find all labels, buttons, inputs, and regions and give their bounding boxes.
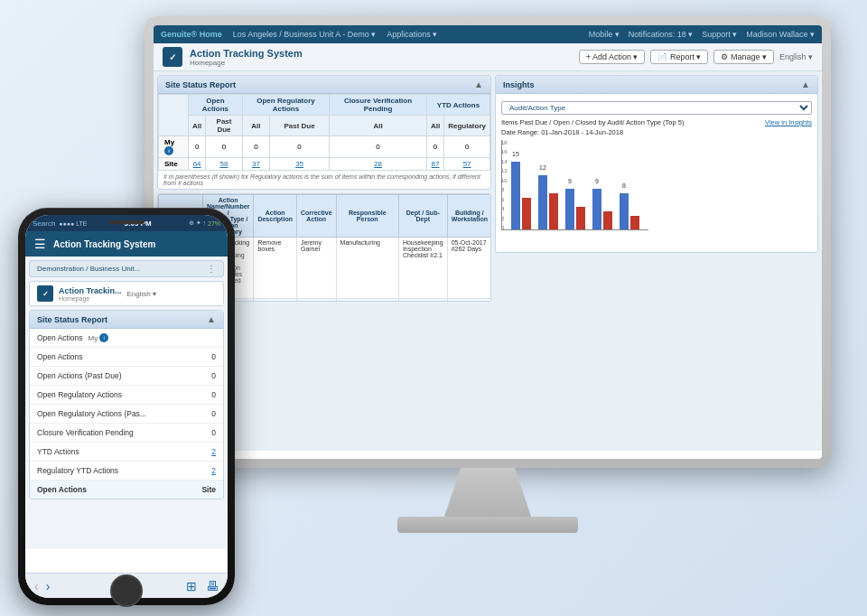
my-val-1: 0 xyxy=(189,136,206,158)
open-regulatory-pastdue-value: 0 xyxy=(211,409,216,418)
insights-collapse[interactable]: ▲ xyxy=(801,79,810,89)
bar-group-5: 8 xyxy=(620,193,639,229)
report-button[interactable]: 📄 Report ▾ xyxy=(650,50,708,64)
open-actions-pastdue-label: Open Actions (Past Due) xyxy=(37,371,122,380)
site-val-5[interactable]: 28 xyxy=(330,158,427,171)
site-val-6[interactable]: 87 xyxy=(426,158,443,171)
phone-app-logo: ✓ xyxy=(37,285,53,302)
site-val-4[interactable]: 35 xyxy=(270,158,330,171)
phone-signal: ●●●● LTE xyxy=(59,220,87,227)
bar-5-label: 8 xyxy=(622,182,626,189)
col-open-actions: Open Actions xyxy=(189,95,243,116)
phone-breadcrumb-more-icon[interactable]: ⋮ xyxy=(207,264,216,274)
open-actions-label-2: Open Actions xyxy=(37,352,83,361)
phone-row-ytd: YTD Actions 2 xyxy=(30,443,223,462)
open-regulatory-label: Open Regulatory Actions xyxy=(37,390,122,399)
phone-app-title-block: Action Trackin... Homepage xyxy=(59,286,122,302)
my-val-6: 0 xyxy=(426,136,443,158)
nav-right: Mobile ▾ Notifications: 18 ▾ Support ▾ M… xyxy=(589,30,815,39)
phone-site-status-header: Site Status Report ▲ xyxy=(30,311,223,329)
col-closure: Closure Verification Pending xyxy=(330,95,427,116)
row-label-site: Site xyxy=(159,158,189,171)
ytd-label: YTD Actions xyxy=(37,447,79,456)
row1-person: Jeremy Garner xyxy=(296,238,336,299)
insights-card: Insights ▲ Audit/Action Type View in Ins… xyxy=(495,75,818,253)
my-val-3: 0 xyxy=(242,136,269,158)
bar-2-label: 12 xyxy=(539,164,546,171)
site-val-7[interactable]: 57 xyxy=(444,158,490,171)
nav-applications[interactable]: Applications ▾ xyxy=(387,30,437,39)
lang-selector[interactable]: English ▾ xyxy=(779,52,813,61)
phone-prev-arrow[interactable]: ‹ xyxy=(34,579,39,593)
row2-reference: 16-Oct-2017 #339 Days xyxy=(447,299,491,303)
open-actions-my-label: Open Actions My i xyxy=(37,333,108,342)
open-actions-site-label: Open Actions xyxy=(37,485,87,494)
desktop-nav-bar: Genuite® Home Los Angeles / Business Uni… xyxy=(154,25,822,43)
insights-panel: Insights ▲ Audit/Action Type View in Ins… xyxy=(495,75,818,447)
phone-breadcrumb-text: Demonstration / Business Unit... xyxy=(37,265,140,273)
desktop-monitor: Genuite® Home Los Angeles / Business Uni… xyxy=(144,16,831,540)
row1-corrective: Remove boxes xyxy=(254,238,297,299)
phone-hamburger-menu[interactable]: ☰ xyxy=(34,237,46,251)
insights-dropdown[interactable]: Audit/Action Type xyxy=(501,101,812,115)
app-title: Action Tracking System xyxy=(190,48,303,59)
regulatory-ytd-value[interactable]: 2 xyxy=(211,466,216,475)
phone-connectivity-icons: ⊕ ✦ ↑ xyxy=(189,219,206,227)
site-val-1[interactable]: 64 xyxy=(189,158,206,171)
nav-mobile[interactable]: Mobile ▾ xyxy=(589,30,620,39)
my-val-2: 0 xyxy=(206,136,243,158)
sub-pastdue-2: Past Due xyxy=(270,116,330,136)
site-status-title: Site Status Report xyxy=(165,80,236,89)
open-regulatory-pastdue-label: Open Regulatory Actions (Pas... xyxy=(37,409,146,418)
status-footnote: # in parentheses (if shown) for Regulato… xyxy=(158,171,490,189)
chart-with-labels: 18 16 14 12 10 8 6 4 2 xyxy=(501,140,812,239)
add-action-button[interactable]: + Add Action ▾ xyxy=(579,50,646,64)
nav-brand[interactable]: Genuite® Home xyxy=(161,30,222,39)
col-dept: Dept / Sub-Dept xyxy=(398,195,447,238)
regulatory-ytd-label: Regulatory YTD Actions xyxy=(37,466,118,475)
site-val-2[interactable]: 58 xyxy=(206,158,243,171)
phone-home-button[interactable] xyxy=(110,574,143,607)
phone-row-open-regulatory-pastdue: Open Regulatory Actions (Pas... 0 xyxy=(30,405,223,424)
phone-content-area[interactable]: Demonstration / Business Unit... ⋮ ✓ Act… xyxy=(25,257,228,549)
nav-location[interactable]: Los Angeles / Business Unit A - Demo ▾ xyxy=(233,30,377,39)
phone-site-status-toggle[interactable]: ▲ xyxy=(207,314,216,324)
insights-inner: Audit/Action Type View in Insights Items… xyxy=(496,94,817,252)
site-val-3[interactable]: 37 xyxy=(242,158,269,171)
monitor-base xyxy=(397,517,578,533)
nav-user[interactable]: Madison Wallace ▾ xyxy=(746,30,815,39)
row2-corrective: Correct the finding 1 xyxy=(254,299,297,303)
ytd-value[interactable]: 2 xyxy=(211,447,216,456)
phone-qr-icon[interactable]: ⊞ xyxy=(186,579,197,593)
my-info-icon[interactable]: i xyxy=(164,146,173,155)
my-text: My xyxy=(89,334,98,342)
phone-navigation-arrows: ‹ › xyxy=(34,579,50,593)
phone-lang-selector[interactable]: English ▾ xyxy=(127,290,156,298)
col-open-regulatory: Open Regulatory Actions xyxy=(242,95,329,116)
monitor-stand xyxy=(443,468,533,522)
phone-site-status-title: Site Status Report xyxy=(37,315,107,324)
phone-print-icon[interactable]: 🖶 xyxy=(206,579,219,593)
site-status-header: Site Status Report ▲ xyxy=(158,76,490,94)
bar-group-4: 9 xyxy=(592,189,612,229)
manage-button[interactable]: ⚙ Manage ▾ xyxy=(713,50,774,64)
phone-search-label[interactable]: Search xyxy=(33,219,55,228)
phone-breadcrumb[interactable]: Demonstration / Business Unit... ⋮ xyxy=(29,260,224,277)
site-status-collapse[interactable]: ▲ xyxy=(474,79,483,89)
phone-battery: 27% xyxy=(208,220,220,227)
my-info-circle[interactable]: i xyxy=(99,333,108,342)
phone-row-closure: Closure Verification Pending 0 xyxy=(30,424,223,443)
table-row-my: My i 0 0 0 0 0 0 0 xyxy=(159,136,490,158)
row1-reference: 05-Oct-2017 #262 Days xyxy=(447,238,491,299)
my-val-4: 0 xyxy=(270,136,330,158)
chart-bars-container: 15 12 9 xyxy=(501,140,648,230)
view-in-insights-link[interactable]: View in Insights xyxy=(765,118,812,126)
nav-support[interactable]: Support ▾ xyxy=(702,30,737,39)
insights-date-range: Date Range: 01-Jan-2018 - 14-Jun-2018 xyxy=(501,128,812,136)
nav-notifications[interactable]: Notifications: 18 ▾ xyxy=(629,30,694,39)
app-action-buttons: + Add Action ▾ 📄 Report ▾ ⚙ Manage ▾ Eng… xyxy=(579,50,813,64)
bar-1-label: 15 xyxy=(512,151,519,157)
my-val-7: 0 xyxy=(444,136,490,158)
phone-app-subtitle: Homepage xyxy=(59,295,122,302)
phone-next-arrow[interactable]: › xyxy=(46,579,51,593)
